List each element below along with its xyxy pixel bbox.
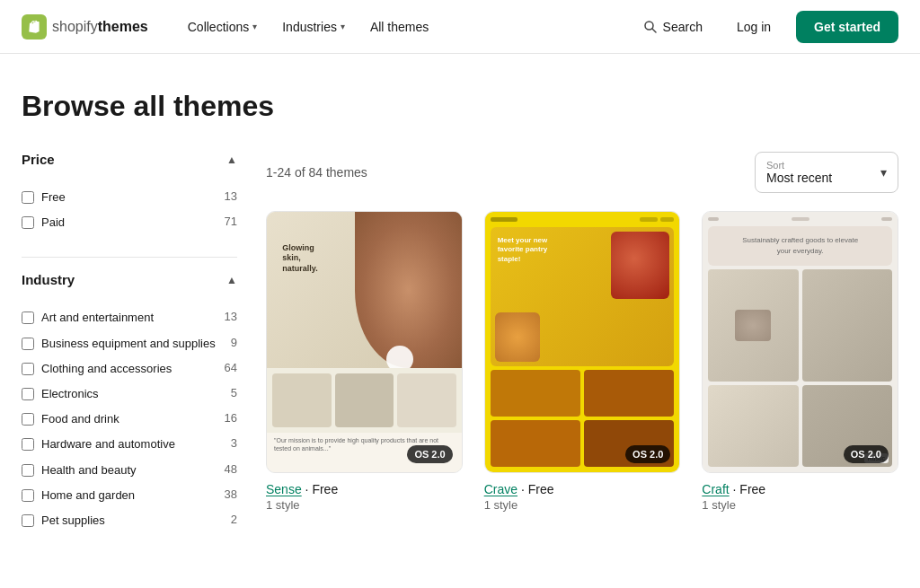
industry-clothing-label: Clothing and accessories [41,361,217,377]
get-started-button[interactable]: Get started [796,11,898,43]
industries-chevron-icon: ▾ [341,22,345,31]
industry-art-count: 13 [225,310,237,323]
industry-hardware-item[interactable]: Hardware and automotive 3 [22,432,237,457]
sort-label: Sort [766,160,832,171]
price-paid-checkbox[interactable] [22,216,34,229]
theme-card-sense[interactable]: Glowingskin,naturally. "Our mission is t… [266,211,463,512]
industry-pets-item[interactable]: Pet supplies 2 [22,508,237,533]
industry-business-checkbox[interactable] [22,338,34,350]
get-started-label: Get started [814,20,880,34]
price-free-count: 13 [225,189,237,203]
theme-image-craft: Sustainably crafted goods to elevateyour… [702,211,898,473]
theme-image-crave: Meet your newfavorite pantrystaple! OS 2… [484,211,681,473]
craft-theme-link[interactable]: Craft [702,482,729,496]
sense-theme-link[interactable]: Sense [266,482,302,496]
header-actions: Search Log in Get started [634,11,898,43]
industry-health-count: 48 [225,462,237,476]
industry-electronics-label: Electronics [41,386,224,402]
industry-hardware-checkbox[interactable] [22,438,34,451]
crave-theme-name[interactable]: Crave · Free [484,482,681,496]
theme-image-sense: Glowingskin,naturally. "Our mission is t… [266,211,463,473]
craft-theme-name[interactable]: Craft · Free [702,482,898,496]
industry-filter-title: Industry [22,272,75,287]
sense-theme-price: Free [312,482,338,496]
search-button[interactable]: Search [634,14,712,39]
industry-art-item[interactable]: Art and entertainment 13 [22,305,237,330]
sort-dropdown[interactable]: Sort Most recent ▾ [755,152,898,193]
all-themes-label: All themes [370,20,429,34]
theme-card-crave[interactable]: Meet your newfavorite pantrystaple! OS 2… [484,211,681,512]
shopify-logo-icon [22,14,47,39]
main-nav: Collections ▾ Industries ▾ All themes [177,13,606,41]
industry-filter-section: Industry ▲ Art and entertainment 13 Busi… [22,272,237,533]
login-label: Log in [737,20,771,34]
industry-food-item[interactable]: Food and drink 16 [22,407,237,432]
price-paid-item[interactable]: Paid 71 [22,210,237,235]
collections-label: Collections [188,20,249,34]
industry-clothing-item[interactable]: Clothing and accessories 64 [22,356,237,382]
price-free-label: Free [41,189,217,206]
crave-theme-link[interactable]: Crave [484,482,518,496]
price-free-item[interactable]: Free 13 [22,185,237,210]
industry-filter-header: Industry ▲ [22,272,237,294]
price-filter-title: Price [22,152,55,167]
industry-electronics-checkbox[interactable] [22,388,34,400]
price-filter-section: Price ▲ Free 13 Paid 71 [22,152,237,235]
industry-food-count: 16 [225,411,237,425]
industry-art-label: Art and entertainment [41,310,217,326]
sort-label-wrap: Sort Most recent [766,160,832,185]
industry-clothing-count: 64 [225,361,237,374]
industry-health-item[interactable]: Health and beauty 48 [22,458,237,483]
collections-chevron-icon: ▾ [252,22,257,31]
price-free-checkbox[interactable] [22,191,34,204]
nav-industries[interactable]: Industries ▾ [271,13,356,41]
crave-os-badge: OS 2.0 [625,445,670,463]
industry-hardware-label: Hardware and automotive [41,436,224,452]
industry-hardware-count: 3 [231,436,237,450]
industries-label: Industries [282,20,337,34]
logo[interactable]: shopifythemes [22,14,148,39]
sort-value: Most recent [766,171,832,185]
industry-health-checkbox[interactable] [22,464,34,477]
industry-pets-count: 2 [231,513,237,526]
crave-theme-price: Free [528,482,554,496]
content-area: 1-24 of 84 themes Sort Most recent ▾ [266,152,898,512]
industry-home-checkbox[interactable] [22,489,34,502]
price-paid-label: Paid [41,215,217,231]
themes-count: 1-24 of 84 themes [266,165,367,180]
main-layout: Price ▲ Free 13 Paid 71 Industry [22,152,898,555]
sense-theme-name[interactable]: Sense · Free [266,482,463,496]
industry-art-checkbox[interactable] [22,312,34,324]
themes-grid: Glowingskin,naturally. "Our mission is t… [266,211,898,512]
search-icon [643,20,658,34]
search-label: Search [663,20,703,34]
industry-business-count: 9 [231,336,237,349]
industry-electronics-count: 5 [231,386,237,399]
sense-os-badge: OS 2.0 [407,445,452,463]
industry-home-label: Home and garden [41,487,217,504]
theme-card-craft[interactable]: Sustainably crafted goods to elevateyour… [702,211,898,512]
industry-electronics-item[interactable]: Electronics 5 [22,382,237,407]
craft-theme-styles: 1 style [702,498,898,512]
price-filter-header: Price ▲ [22,152,237,174]
login-button[interactable]: Log in [726,13,782,41]
sidebar: Price ▲ Free 13 Paid 71 Industry [22,152,237,555]
nav-collections[interactable]: Collections ▾ [177,13,268,41]
industry-health-label: Health and beauty [41,462,217,478]
industry-business-label: Business equipment and supplies [41,336,224,352]
industry-pets-checkbox[interactable] [22,514,34,527]
content-header: 1-24 of 84 themes Sort Most recent ▾ [266,152,898,193]
price-chevron-icon[interactable]: ▲ [226,154,237,166]
sense-theme-styles: 1 style [266,498,463,512]
main-header: shopifythemes Collections ▾ Industries ▾… [0,0,920,54]
crave-theme-styles: 1 style [484,498,681,512]
page-title: Browse all themes [22,90,898,123]
craft-theme-price: Free [739,482,765,496]
industry-clothing-checkbox[interactable] [22,363,34,375]
nav-all-themes[interactable]: All themes [359,13,439,41]
industry-home-item[interactable]: Home and garden 38 [22,483,237,508]
filter-divider [22,257,237,258]
industry-business-item[interactable]: Business equipment and supplies 9 [22,331,237,356]
industry-food-checkbox[interactable] [22,413,34,426]
industry-chevron-icon[interactable]: ▲ [226,274,237,286]
